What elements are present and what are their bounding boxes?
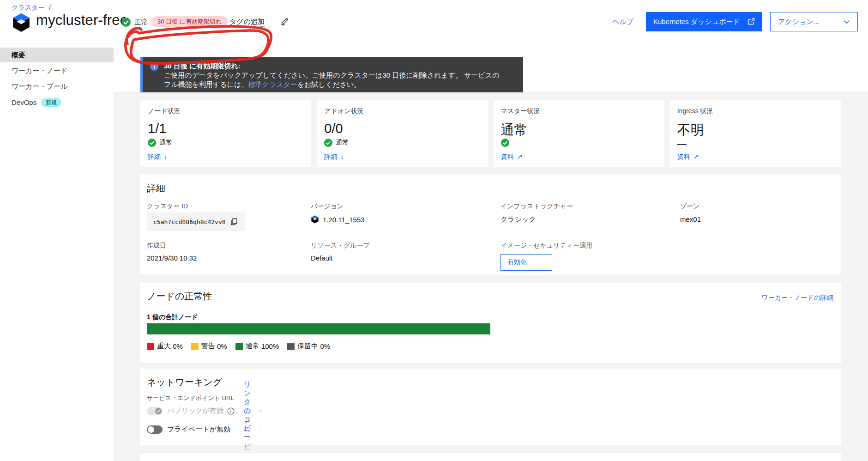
public-enabled-label: パブリックが有効 (167, 406, 223, 415)
breadcrumb-separator: / (49, 4, 51, 11)
image-security-label: イメージ・セキュリティー適用 (500, 242, 592, 250)
networking-title: ネットワーキング (147, 376, 222, 388)
infrastructure-label: インフラストラクチャー (500, 202, 573, 211)
service-endpoint-label: サービス・エンドポイント URL (147, 394, 234, 402)
public-endpoint-row: パブリックが有効 リンクのコピー (147, 406, 235, 415)
node-health-legend: 重大 0% 警告 0% 通常 100% 保留中 0% (147, 342, 338, 351)
created-label: 作成日 (147, 242, 166, 250)
public-endpoint-toggle[interactable] (147, 407, 163, 415)
resource-group-value: Default (311, 254, 333, 262)
kubernetes-version-icon (311, 215, 319, 224)
node-status-card: ノード状況 1/1 通常 詳細↓ (140, 100, 311, 167)
node-details-link[interactable]: 詳細↓ (148, 152, 168, 161)
standard-cluster-link[interactable]: 標準クラスター (248, 80, 297, 88)
details-title: 詳細 (147, 182, 165, 194)
private-disabled-label: プライベートが無効 (167, 425, 230, 434)
resource-group-label: リソース・グループ (311, 242, 370, 250)
addon-status-card: アドオン状況 0/0 通常 詳細↓ (317, 100, 488, 167)
launch-arrow-icon: ↗ (517, 152, 523, 160)
copy-cluster-id-button[interactable] (230, 218, 238, 225)
cluster-status: 正常 (121, 17, 148, 28)
check-circle-icon (501, 139, 509, 147)
check-circle-icon (148, 139, 156, 147)
breadcrumb: クラスター / (12, 4, 51, 12)
zone-value: mex01 (680, 215, 701, 223)
down-arrow-icon: ↓ (164, 152, 168, 160)
banner-title: 30 日後 に有効期限切れ: (164, 61, 506, 71)
check-circle-icon (121, 18, 131, 27)
details-panel: 詳細 クラスター ID c5ah7ccd086qh8c42vv0 バージョン 1… (140, 175, 841, 274)
new-badge: 新規 (41, 98, 61, 107)
copy-private-link-disabled: リンクのコピー (244, 399, 261, 460)
status-cards-row: ノード状況 1/1 通常 詳細↓ アドオン状況 0/0 通常 詳細↓ マスター状… (140, 100, 841, 167)
private-endpoint-toggle[interactable] (147, 425, 163, 434)
chevron-down-icon (844, 20, 850, 24)
node-health-title: ノードの正常性 (147, 290, 212, 303)
next-panel-partial (140, 453, 841, 461)
down-arrow-icon: ↓ (340, 152, 344, 160)
sidebar-item-worker-nodes[interactable]: ワーカー・ノード (0, 63, 114, 78)
zone-label: ゾーン (680, 202, 700, 211)
copy-icon (260, 426, 262, 433)
ingress-status-card: Ingress 状況 不明 — 資料↗ (670, 100, 841, 167)
info-icon (150, 62, 158, 71)
status-text: 正常 (134, 18, 148, 27)
node-health-panel: ノードの正常性 ワーカー・ノードの詳細 1 個の合計ノード 重大 0% 警告 0… (140, 283, 841, 363)
created-value: 2021/9/30 10:32 (147, 254, 197, 262)
version-label: バージョン (311, 202, 344, 211)
pending-swatch-icon (287, 343, 295, 350)
info-outline-icon[interactable] (227, 407, 235, 415)
no-status-dash: — (677, 139, 687, 149)
version-value: 1.20.11_1553 (323, 216, 365, 224)
expiry-notification-banner: 30 日後 に有効期限切れ: ご使用のデータをバックアップしてください。ご使用の… (140, 57, 523, 92)
cluster-id-value: c5ah7ccd086qh8c42vv0 (153, 218, 226, 225)
master-docs-link[interactable]: 資料↗ (501, 152, 523, 161)
ingress-docs-link[interactable]: 資料↗ (677, 152, 699, 161)
page-title: mycluster-free (36, 12, 128, 29)
actions-dropdown[interactable]: アクション... (770, 12, 858, 31)
total-nodes-label: 1 個の合計ノード (147, 313, 198, 321)
toggle-knob (148, 426, 154, 433)
sidebar-item-overview[interactable]: 概要 (0, 48, 114, 62)
expiry-badge: 30 日後 に有効期限切れ (151, 16, 228, 27)
toggle-knob-check-icon (155, 408, 162, 414)
sidebar-item-devops[interactable]: DevOps 新規 (0, 95, 114, 110)
sidebar-item-worker-pools[interactable]: ワーカー・プール (0, 79, 114, 94)
master-status-card: マスター状況 通常 資料↗ (494, 100, 664, 167)
banner-body: ご使用のデータをバックアップしてください。ご使用のクラスターは30 日後に削除さ… (164, 71, 506, 89)
launch-icon (747, 18, 755, 25)
networking-panel: ネットワーキング サービス・エンドポイント URL パブリックが有効 リンクのコ… (140, 369, 841, 445)
launch-arrow-icon: ↗ (693, 152, 699, 160)
edit-pencil-icon[interactable] (281, 17, 289, 25)
worker-node-details-link[interactable]: ワーカー・ノードの詳細 (761, 294, 833, 302)
cluster-id-label: クラスター ID (147, 202, 188, 211)
cluster-id-box: c5ah7ccd086qh8c42vv0 (147, 212, 245, 231)
cluster-service-logo-icon (12, 13, 31, 32)
node-health-bar-normal-segment (147, 323, 490, 334)
critical-swatch-icon (147, 343, 154, 350)
add-tags-link[interactable]: タグの追加 (229, 18, 265, 27)
infrastructure-value: クラシック (500, 215, 536, 224)
addon-details-link[interactable]: 詳細↓ (324, 152, 344, 161)
enable-image-security-button[interactable]: 有効化 (500, 254, 552, 271)
breadcrumb-clusters-link[interactable]: クラスター (12, 4, 44, 11)
help-link[interactable]: ヘルプ (612, 18, 633, 26)
node-health-bar (147, 323, 490, 334)
normal-swatch-icon (235, 343, 243, 350)
warning-swatch-icon (191, 343, 199, 350)
kubernetes-dashboard-button[interactable]: Kubernetes ダッシュボード (646, 12, 762, 31)
version-value-row: 1.20.11_1553 (311, 215, 365, 224)
check-circle-icon (324, 139, 332, 147)
private-endpoint-row: プライベートが無効 リンクのコピー (147, 425, 230, 434)
copy-icon (230, 218, 238, 225)
